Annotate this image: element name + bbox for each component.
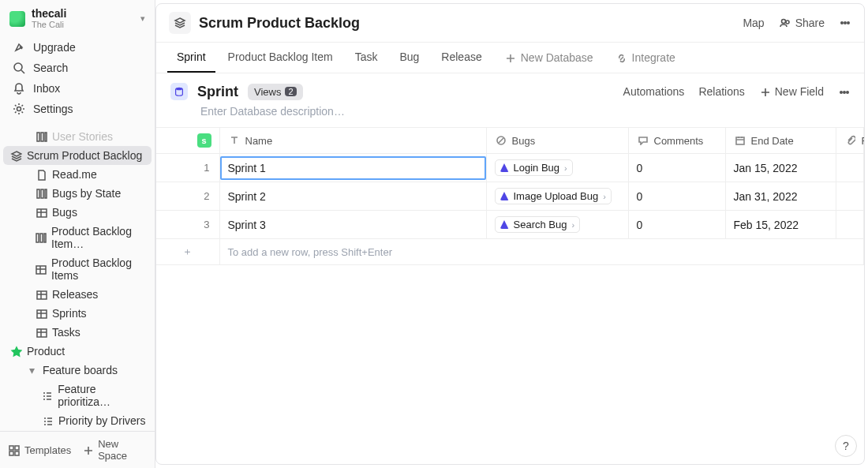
cell-name[interactable]: Sprint 3	[220, 213, 486, 237]
search-icon	[13, 62, 25, 74]
add-row-button[interactable]: ＋	[156, 239, 219, 264]
svg-rect-6	[41, 189, 43, 198]
tree-item-pbi-board[interactable]: Product Backlog Item…	[3, 222, 152, 253]
svg-rect-11	[44, 234, 46, 242]
svg-rect-3	[41, 133, 43, 141]
table-icon	[36, 327, 47, 339]
automations-button[interactable]: Automations	[623, 85, 685, 98]
new-space-button[interactable]: New Space	[82, 438, 147, 462]
cell-comments[interactable]: 0	[629, 185, 725, 208]
col-end-date[interactable]: End Date	[725, 128, 836, 154]
tree-label: Priority by Drivers	[58, 414, 145, 427]
tab-task[interactable]: Task	[346, 43, 387, 73]
svg-rect-18	[9, 451, 13, 455]
view-more-button[interactable]	[838, 86, 850, 98]
new-row-hint[interactable]: To add a new row, press Shift+Enter	[220, 241, 864, 264]
bug-chip[interactable]: Search Bug›	[495, 216, 581, 233]
cell-comments[interactable]: 0	[629, 156, 725, 180]
table-icon	[36, 207, 47, 219]
cell-bugs[interactable]: Image Upload Bug›	[487, 182, 628, 210]
cell-name[interactable]: Sprint 2	[220, 185, 486, 208]
tree-label: Product	[27, 345, 65, 358]
tree-item-scrum[interactable]: Scrum Product Backlog	[3, 146, 152, 165]
share-button[interactable]: Share	[779, 17, 825, 29]
comment-icon	[637, 134, 648, 145]
workspace-name: thecali	[32, 8, 134, 20]
col-name[interactable]: Name	[219, 128, 486, 154]
select-all-badge[interactable]: s	[197, 133, 211, 148]
tree-label: Feature prioritiza…	[58, 383, 147, 408]
more-menu-button[interactable]	[839, 17, 851, 29]
star-icon	[10, 346, 22, 358]
nav-settings[interactable]: Settings	[6, 99, 148, 119]
templates-label: Templates	[24, 444, 71, 456]
table-row[interactable]: 3Sprint 3Search Bug›0Feb 15, 2022	[156, 211, 864, 239]
row-index: 3	[156, 213, 219, 236]
col-comments[interactable]: Comments	[628, 128, 725, 154]
table-row[interactable]: 1Sprint 1Login Bug›0Jan 15, 2022	[156, 154, 864, 182]
cell-bugs[interactable]: Search Bug›	[487, 211, 628, 238]
people-icon	[779, 17, 791, 29]
chevron-right-icon: ›	[571, 220, 574, 230]
page-title: Scrum Product Backlog	[199, 15, 735, 32]
table-row[interactable]: 2Sprint 2Image Upload Bug›0Jan 31, 2022	[156, 182, 864, 211]
tree-item-feature-prior[interactable]: Feature prioritiza…	[3, 380, 152, 411]
table-icon	[36, 289, 47, 301]
tree-item-priority-drivers[interactable]: Priority by Drivers	[3, 411, 152, 430]
automations-label: Automations	[623, 85, 685, 98]
cell-bugs[interactable]: Login Bug›	[487, 154, 628, 182]
tree-item-product[interactable]: Product	[3, 342, 152, 361]
tab-release[interactable]: Release	[432, 43, 491, 73]
nav-inbox[interactable]: Inbox	[6, 78, 148, 99]
tab-sprint[interactable]: Sprint	[167, 43, 215, 73]
nav-search[interactable]: Search	[6, 58, 148, 78]
integrate-button[interactable]: Integrate	[606, 43, 685, 72]
map-button[interactable]: Map	[743, 17, 764, 29]
help-button[interactable]: ?	[835, 435, 857, 457]
workspace-switcher[interactable]: thecali The Cali ▾	[0, 0, 155, 32]
tab-bug[interactable]: Bug	[390, 43, 428, 73]
cell-files[interactable]	[836, 219, 864, 230]
tree-label: Product Backlog Items	[51, 256, 147, 282]
tree-item-readme[interactable]: Read.me	[3, 165, 152, 184]
db-description[interactable]: Enter Database description…	[156, 105, 864, 127]
workspace-logo	[9, 11, 25, 27]
tree-item-pbi-table[interactable]: Product Backlog Items	[3, 253, 152, 285]
cell-comments[interactable]: 0	[629, 213, 725, 237]
cell-end-date[interactable]: Jan 15, 2022	[726, 156, 836, 180]
views-switcher[interactable]: Views 2	[248, 84, 303, 100]
relations-button[interactable]: Relations	[698, 85, 744, 98]
new-database-button[interactable]: New Database	[495, 43, 603, 72]
tree-item-sprints[interactable]: Sprints	[3, 304, 152, 323]
tree-item-bugs[interactable]: Bugs	[3, 203, 152, 222]
tree-label: User Stories	[52, 130, 113, 143]
svg-point-28	[847, 91, 848, 92]
svg-rect-8	[37, 209, 47, 217]
col-files[interactable]: Files	[836, 128, 864, 154]
col-bugs[interactable]: Bugs	[486, 128, 628, 154]
chevron-right-icon: ›	[564, 163, 567, 173]
cell-end-date[interactable]: Feb 15, 2022	[726, 213, 836, 237]
chevron-down-icon: ▾	[140, 13, 145, 24]
tree-item-feature-boards[interactable]: ▾ Feature boards	[3, 361, 152, 380]
templates-button[interactable]: Templates	[8, 444, 71, 456]
tree-item-tasks[interactable]: Tasks	[3, 323, 152, 342]
tree-item-releases[interactable]: Releases	[3, 285, 152, 304]
tree-item-cutoff[interactable]: User Stories	[3, 127, 152, 146]
col-comments-label: Comments	[654, 135, 704, 147]
share-label: Share	[795, 17, 825, 29]
cell-name[interactable]: Sprint 1	[220, 156, 486, 180]
table-icon	[36, 308, 47, 320]
nav-upgrade[interactable]: Upgrade	[6, 37, 148, 58]
tab-pbi[interactable]: Product Backlog Item	[219, 43, 342, 73]
bug-chip[interactable]: Login Bug›	[495, 159, 573, 176]
svg-rect-9	[36, 234, 39, 242]
cell-files[interactable]	[836, 191, 864, 202]
tree-label: Read.me	[52, 168, 97, 181]
bug-chip[interactable]: Image Upload Bug›	[495, 188, 612, 204]
new-field-button[interactable]: New Field	[759, 85, 824, 98]
cell-end-date[interactable]: Jan 31, 2022	[726, 185, 836, 208]
tree-item-bugs-state[interactable]: Bugs by State	[3, 184, 152, 203]
cell-files[interactable]	[836, 163, 864, 174]
col-files-label: Files	[862, 135, 865, 147]
